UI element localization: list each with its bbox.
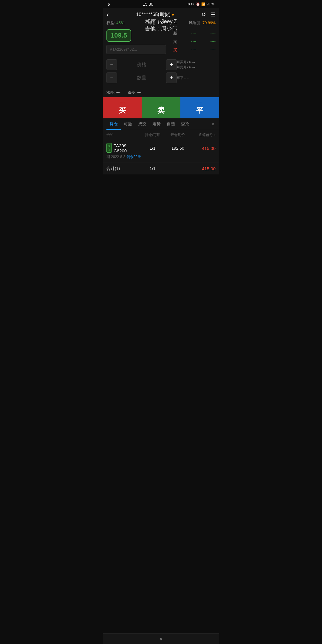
price-input-row: − 价格 + 可买开<=---- 可卖开<=---- bbox=[106, 59, 216, 70]
summary-row: 合计(1) 1/1 415.00 bbox=[103, 163, 219, 174]
new-price-row: 新 ---- ---- bbox=[173, 30, 216, 37]
buy-value2: ---- bbox=[210, 47, 216, 53]
close-sub-label: ---- bbox=[197, 100, 202, 105]
lower-limit-value: ---- bbox=[137, 90, 141, 95]
position-sub-info: 期 2022-8-3 剩余22天 bbox=[106, 154, 216, 160]
position-name: TA209 C6200 bbox=[114, 143, 127, 153]
tab-orders[interactable]: 委托 bbox=[178, 118, 192, 130]
summary-label: 合计(1) bbox=[106, 166, 140, 171]
new-label: 新 bbox=[173, 31, 177, 36]
buy-value1: ---- bbox=[191, 47, 196, 53]
upper-limit-label: 涨停: bbox=[106, 90, 114, 95]
equity-label: 权益: bbox=[106, 21, 115, 25]
risk-value: 79.89% bbox=[202, 21, 216, 25]
app-header: ‹ 10******65(期货) ▾ ↺ ☰ 权益: 4561 可用: 1027… bbox=[103, 8, 219, 28]
price-minus-button[interactable]: − bbox=[106, 59, 117, 70]
summary-pnl: 415.00 bbox=[191, 166, 216, 171]
time-display: 15:30 bbox=[143, 2, 153, 7]
refresh-button[interactable]: ↺ bbox=[202, 11, 206, 18]
summary-holding: 1/1 bbox=[140, 166, 165, 171]
position-date: 期 2022-8-3 bbox=[106, 155, 126, 159]
close-position-button[interactable]: ---- 平 bbox=[180, 97, 219, 118]
summary-avg-empty bbox=[165, 166, 190, 171]
qty-input-row: − 数量 + 可平 ---- bbox=[106, 72, 216, 83]
close-hint: 可平 ---- bbox=[177, 76, 216, 80]
position-contract: 义 务 TA209 C6200 bbox=[106, 143, 140, 153]
contract-line1: TA209 bbox=[114, 143, 127, 148]
lower-limit: 跌停: ---- bbox=[128, 90, 142, 95]
sell-label: 卖 bbox=[173, 39, 177, 44]
badge-line2: 务 bbox=[108, 148, 111, 152]
status-indicators: ↓0.1K ⏰ 📶 93 % bbox=[186, 2, 214, 6]
qty-input-wrap: 数量 bbox=[117, 75, 166, 81]
notification-badge: 5 bbox=[108, 2, 110, 7]
signal-icon: 📶 bbox=[201, 2, 205, 6]
action-buttons-row: ---- 买 ---- 卖 ---- 平 bbox=[103, 97, 219, 118]
sell-value2: ---- bbox=[210, 39, 216, 44]
qty-label: 数量 bbox=[137, 75, 146, 80]
new-value1: ---- bbox=[191, 31, 196, 36]
risk-label: 风险度: bbox=[189, 21, 202, 25]
status-bar: 5 15:30 ↓0.1K ⏰ 📶 93 % bbox=[103, 0, 219, 8]
current-price-box: 109.5 bbox=[106, 29, 131, 42]
tab-holdings[interactable]: 持仓 bbox=[106, 118, 121, 130]
badge-line1: 义 bbox=[108, 144, 111, 148]
available-label: 可用: bbox=[148, 21, 157, 25]
th-more-icon[interactable]: » bbox=[213, 133, 216, 137]
battery-icon: % bbox=[211, 2, 214, 6]
trade-form: − 价格 + 可买开<=---- 可卖开<=---- − 数量 + 可平 ---… bbox=[103, 57, 219, 88]
buy-label: 买 bbox=[173, 47, 177, 53]
tab-more-button[interactable]: » bbox=[210, 118, 216, 130]
position-row-1[interactable]: 义 务 TA209 C6200 1/1 192.50 415.00 期 2022… bbox=[103, 140, 219, 163]
equity-value: 4561 bbox=[116, 21, 125, 25]
position-remaining: 剩余22天 bbox=[126, 155, 141, 159]
close-main-label: 平 bbox=[196, 106, 203, 115]
available-section: 可用: 1027 bbox=[148, 20, 166, 26]
sell-sub-label: ---- bbox=[158, 100, 163, 105]
header-actions: ↺ ☰ bbox=[202, 11, 216, 18]
position-avg-price: 192.50 bbox=[165, 146, 190, 151]
price-label: 价格 bbox=[137, 62, 146, 67]
position-badge: 义 务 bbox=[106, 143, 112, 153]
contract-line2: C6200 bbox=[114, 148, 127, 153]
buy-price-row: 买 ---- ---- bbox=[173, 47, 216, 53]
equity-section: 权益: 4561 bbox=[106, 20, 125, 26]
account-title[interactable]: 10******65(期货) ▾ bbox=[136, 12, 174, 18]
upper-limit: 涨停: ---- bbox=[106, 90, 120, 95]
tab-trend[interactable]: 走势 bbox=[149, 118, 164, 130]
qty-minus-button[interactable]: − bbox=[106, 72, 117, 83]
positions-table-header: 合约 持仓/可用 开仓均价 逐笔盈亏 » bbox=[103, 130, 219, 140]
account-name: 10******65(期货) bbox=[136, 12, 171, 18]
buy-sub-label: ---- bbox=[120, 100, 125, 105]
tab-watchlist[interactable]: 自选 bbox=[164, 118, 178, 130]
sell-main-label: 卖 bbox=[157, 106, 165, 115]
download-speed: ↓0.1K bbox=[186, 2, 195, 6]
sell-button[interactable]: ---- 卖 bbox=[142, 97, 180, 118]
qty-plus-button[interactable]: + bbox=[166, 72, 177, 83]
menu-button[interactable]: ☰ bbox=[211, 11, 216, 18]
sell-open-hint: 可卖开<=---- bbox=[177, 65, 216, 69]
sell-value1: ---- bbox=[191, 39, 196, 44]
battery-level: 93 bbox=[207, 2, 210, 6]
content-spacer bbox=[103, 174, 219, 294]
dropdown-icon[interactable]: ▾ bbox=[172, 12, 174, 18]
upper-limit-value: ---- bbox=[116, 90, 120, 95]
position-holding: 1/1 bbox=[140, 146, 165, 151]
buy-button[interactable]: ---- 买 bbox=[103, 97, 142, 118]
price-plus-button[interactable]: + bbox=[166, 59, 177, 70]
back-button[interactable]: ‹ bbox=[106, 11, 109, 18]
buy-open-hint: 可买开<=---- bbox=[177, 60, 216, 64]
account-info-row: 权益: 4561 可用: 1027 风险度: 79.89% bbox=[106, 20, 216, 26]
price-hints: 可买开<=---- 可卖开<=---- bbox=[177, 60, 216, 69]
position-pnl: 415.00 bbox=[191, 146, 216, 151]
selected-contract-text: PTA2209购62... bbox=[110, 47, 137, 52]
th-pnl: 逐笔盈亏 » bbox=[191, 132, 216, 137]
qty-hints: 可平 ---- bbox=[177, 76, 216, 80]
new-value2: ---- bbox=[210, 31, 216, 36]
lower-limit-label: 跌停: bbox=[128, 90, 136, 95]
price-left-panel: 109.5 PTA2209购62... bbox=[106, 29, 171, 54]
contract-selector[interactable]: PTA2209购62... bbox=[106, 45, 166, 54]
tab-deals[interactable]: 成交 bbox=[135, 118, 149, 130]
th-pnl-text: 逐笔盈亏 bbox=[199, 132, 213, 137]
tab-cancelable[interactable]: 可撤 bbox=[121, 118, 135, 130]
